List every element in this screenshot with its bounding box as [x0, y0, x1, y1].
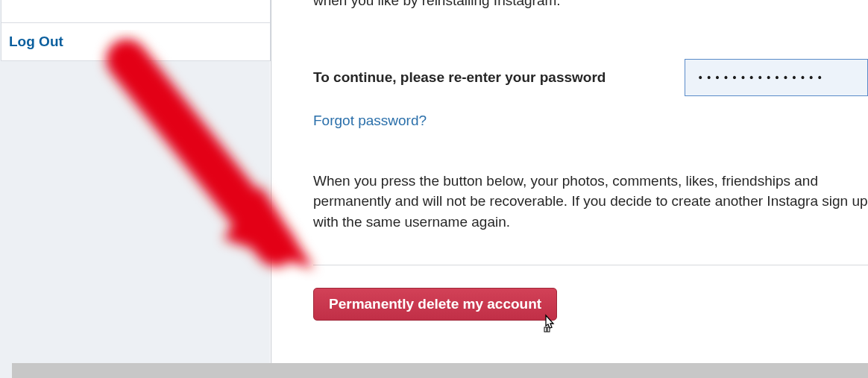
scrollbar-horizontal[interactable]	[12, 363, 868, 378]
password-label: To continue, please re-enter your passwo…	[313, 69, 606, 86]
forgot-password-container: Forgot password?	[313, 113, 868, 129]
password-row: To continue, please re-enter your passwo…	[313, 59, 868, 96]
main-content: when you like by reinstalling Instagram.…	[271, 0, 868, 378]
warning-paragraph: When you press the button below, your ph…	[313, 171, 868, 233]
logout-link[interactable]: Log Out	[9, 34, 63, 49]
permanently-delete-button[interactable]: Permanently delete my account	[313, 288, 557, 321]
sidebar-item-logout[interactable]: Log Out	[1, 22, 271, 61]
forgot-password-link[interactable]: Forgot password?	[313, 113, 427, 128]
section-divider	[313, 265, 868, 265]
intro-paragraph: when you like by reinstalling Instagram.	[313, 0, 868, 11]
sidebar: Log Out	[0, 0, 270, 378]
password-input[interactable]	[685, 59, 868, 96]
sidebar-item-top	[1, 0, 271, 23]
